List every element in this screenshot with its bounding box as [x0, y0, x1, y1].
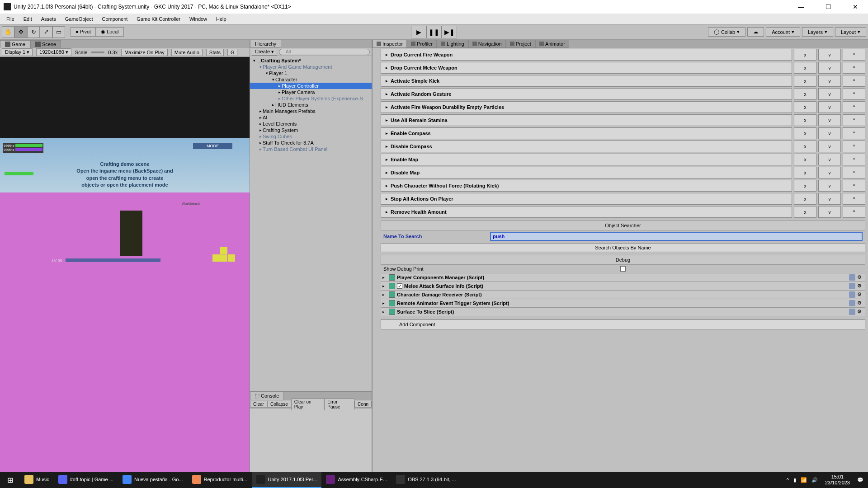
taskbar-obs[interactable]: OBS 27.1.3 (64-bit, ...: [392, 472, 460, 488]
tab-game[interactable]: Game: [0, 40, 30, 48]
maximize-button[interactable]: ☐: [819, 0, 837, 13]
chevron-right-icon[interactable]: ▸: [382, 310, 387, 314]
tab-profiler[interactable]: Profiler: [407, 40, 437, 48]
event-box[interactable]: ▸Use All Remain Stamina: [381, 114, 792, 126]
tab-inspector[interactable]: Inspector: [373, 40, 407, 48]
tree-node[interactable]: ▸Swing Cubes: [250, 133, 372, 140]
event-x-button[interactable]: x: [794, 193, 816, 205]
event-box[interactable]: ▸Disable Compass: [381, 141, 792, 152]
menu-gameobject[interactable]: GameObject: [61, 15, 98, 23]
scale-tool[interactable]: ⤢: [40, 26, 52, 38]
event-box[interactable]: ▸Stop All Actions On Player: [381, 193, 792, 205]
event-x-button[interactable]: x: [794, 62, 816, 74]
hierarchy-search[interactable]: [279, 49, 370, 55]
tree-node[interactable]: ▸Player Camera: [250, 89, 372, 95]
menu-assets[interactable]: Assets: [37, 15, 61, 23]
event-box[interactable]: ▸Drop Current Melee Weapon: [381, 62, 792, 74]
chevron-right-icon[interactable]: ▸: [382, 292, 387, 297]
play-button[interactable]: ▶: [411, 26, 426, 38]
gear-icon[interactable]: ⚙: [857, 291, 863, 298]
tree-node-selected[interactable]: ▸Player Controller: [250, 83, 372, 89]
tree-node[interactable]: ▸Level Elements: [250, 121, 372, 127]
event-v-button[interactable]: v: [818, 127, 841, 139]
event-box[interactable]: ▸Enable Map: [381, 154, 792, 165]
event-v-button[interactable]: v: [818, 75, 841, 87]
event-v-button[interactable]: v: [818, 167, 841, 178]
event-x-button[interactable]: x: [794, 167, 816, 178]
taskbar-unity[interactable]: Unity 2017.1.0f3 Per...: [252, 472, 322, 488]
event-up-button[interactable]: ^: [843, 154, 865, 165]
start-button[interactable]: ⊞: [0, 472, 20, 488]
step-button[interactable]: ▶❚: [442, 26, 457, 38]
component-checkbox[interactable]: ✓: [397, 283, 402, 289]
event-x-button[interactable]: x: [794, 88, 816, 100]
console-clear-on-play[interactable]: Clear on Play: [291, 399, 324, 410]
tab-scene[interactable]: Scene: [30, 40, 61, 48]
layers-button[interactable]: Layers ▾: [802, 27, 833, 37]
menu-window[interactable]: Window: [185, 15, 212, 23]
menu-component[interactable]: Component: [97, 15, 132, 23]
event-box[interactable]: ▸Activate Random Gesture: [381, 88, 792, 100]
close-button[interactable]: ✕: [846, 0, 864, 13]
help-icon[interactable]: [849, 291, 855, 298]
menu-file[interactable]: File: [2, 15, 19, 23]
gear-icon[interactable]: ⚙: [857, 274, 863, 281]
event-box[interactable]: ▸Disable Map: [381, 167, 792, 178]
game-view[interactable]: 9999▸ 9999▸ MODE Crafting demo scene Ope…: [0, 57, 250, 472]
local-button[interactable]: ◉ Local: [96, 27, 123, 37]
event-box[interactable]: ▸Drop Current Fire Weapon: [381, 49, 792, 61]
event-v-button[interactable]: v: [818, 101, 841, 113]
display-selector[interactable]: Display 1 ▾: [2, 48, 33, 56]
event-box[interactable]: ▸Remove Health Amount: [381, 206, 792, 218]
event-x-button[interactable]: x: [794, 49, 816, 61]
event-x-button[interactable]: x: [794, 101, 816, 113]
hierarchy-tree[interactable]: ▾⬚ Crafting System* ▾Player And Game Man…: [250, 56, 372, 391]
tray-wifi-icon[interactable]: 📶: [801, 477, 807, 483]
menu-edit[interactable]: Edit: [19, 15, 37, 23]
event-x-button[interactable]: x: [794, 114, 816, 126]
event-box[interactable]: ▸Push Character Without Force (Rotating …: [381, 180, 792, 192]
gear-icon[interactable]: ⚙: [857, 283, 863, 289]
system-tray[interactable]: ^ ▮ 📶 🔊 15:01 23/10/2023 💬: [782, 474, 868, 486]
event-v-button[interactable]: v: [818, 206, 841, 218]
hierarchy-create[interactable]: Create ▾: [252, 48, 277, 56]
console-collapse[interactable]: Collapse: [267, 401, 291, 408]
tree-node[interactable]: ▸Stuff To Check for 3.7A: [250, 140, 372, 146]
rotate-tool[interactable]: ↻: [27, 26, 40, 38]
taskbar-music[interactable]: Music: [20, 472, 54, 488]
event-up-button[interactable]: ^: [843, 101, 865, 113]
tree-node[interactable]: ▸Main Managers Prefabs: [250, 108, 372, 114]
maximize-toggle[interactable]: Maximize On Play: [121, 49, 168, 56]
event-x-button[interactable]: x: [794, 180, 816, 192]
event-up-button[interactable]: ^: [843, 127, 865, 139]
hand-tool[interactable]: ✋: [2, 26, 14, 38]
help-icon[interactable]: [849, 283, 855, 289]
rect-tool[interactable]: ▭: [52, 26, 65, 38]
tree-node[interactable]: ▾Player 1: [250, 70, 372, 76]
tray-volume-icon[interactable]: 🔊: [811, 477, 818, 483]
event-up-button[interactable]: ^: [843, 88, 865, 100]
move-tool[interactable]: ✥: [14, 26, 27, 38]
taskbar-player[interactable]: Reproductor multi...: [188, 472, 252, 488]
event-v-button[interactable]: v: [818, 154, 841, 165]
stats-toggle[interactable]: Stats: [206, 49, 224, 56]
tab-animator[interactable]: Animator: [535, 40, 569, 48]
event-v-button[interactable]: v: [818, 141, 841, 152]
tab-hierarchy[interactable]: Hierarchy: [250, 40, 281, 48]
gizmos-toggle[interactable]: G: [227, 49, 238, 56]
event-v-button[interactable]: v: [818, 49, 841, 61]
event-up-button[interactable]: ^: [843, 114, 865, 126]
event-v-button[interactable]: v: [818, 193, 841, 205]
tree-node[interactable]: ▸AI: [250, 114, 372, 121]
event-v-button[interactable]: v: [818, 114, 841, 126]
taskbar-chrome[interactable]: Nueva pestaña - Go...: [118, 472, 188, 488]
add-component-button[interactable]: Add Component: [381, 319, 865, 329]
menu-help[interactable]: Help: [212, 15, 231, 23]
tree-root[interactable]: ▾⬚ Crafting System*: [250, 57, 372, 64]
event-box[interactable]: ▸Activate Simple Kick: [381, 75, 792, 87]
collab-button[interactable]: ◯ Collab ▾: [708, 27, 745, 37]
tab-navigation[interactable]: Navigation: [468, 40, 506, 48]
event-up-button[interactable]: ^: [843, 49, 865, 61]
account-button[interactable]: Account ▾: [766, 27, 800, 37]
menu-gkc[interactable]: Game Kit Controller: [132, 15, 185, 23]
